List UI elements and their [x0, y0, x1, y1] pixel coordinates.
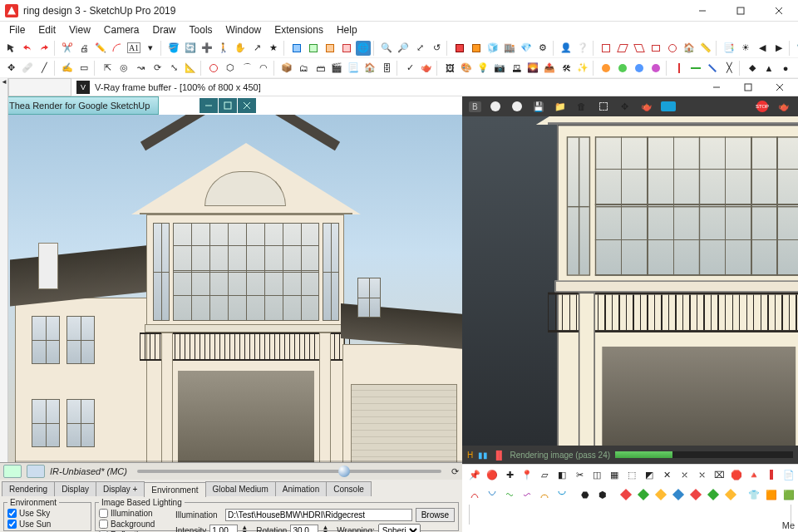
arc2-icon[interactable]: ⌒ — [239, 61, 254, 76]
polygon-icon[interactable]: ⬡ — [223, 61, 238, 76]
sun-icon[interactable]: ☀ — [738, 41, 753, 56]
axis2-icon[interactable] — [688, 61, 703, 76]
ruby-icon[interactable]: 💎 — [519, 41, 534, 56]
thea-maximize-button[interactable] — [219, 98, 237, 113]
wrapping-select[interactable]: Spheri — [378, 524, 421, 532]
tape-icon[interactable]: 📐 — [183, 61, 198, 76]
c3-icon[interactable] — [632, 61, 647, 76]
compare-icon[interactable]: ✥ — [618, 99, 633, 114]
lt2-icon[interactable]: 🔴 — [485, 467, 500, 482]
diag-icon[interactable]: ╳ — [722, 61, 736, 76]
select-icon[interactable] — [3, 41, 18, 56]
shade-icon[interactable] — [323, 41, 337, 56]
lt16-icon[interactable]: 🛑 — [729, 467, 744, 482]
render-teapot-icon[interactable]: 🫖 — [776, 99, 791, 114]
circle2-icon[interactable] — [510, 99, 525, 114]
component-icon[interactable]: 📦 — [279, 61, 294, 76]
thea-close-button[interactable] — [238, 98, 256, 113]
zoom-icon[interactable]: 🔍 — [379, 41, 394, 56]
view3-icon[interactable] — [632, 41, 647, 56]
render-icon[interactable]: 🖼 — [442, 61, 457, 76]
d6-icon[interactable] — [706, 487, 721, 502]
push-icon[interactable]: ⇱ — [100, 61, 115, 76]
pencil-icon[interactable]: ✏️ — [93, 41, 108, 56]
view4-icon[interactable] — [648, 41, 663, 56]
lt6-icon[interactable]: ◧ — [554, 467, 569, 482]
axis3-icon[interactable] — [705, 61, 720, 76]
d4-icon[interactable] — [671, 487, 686, 502]
menu-window[interactable]: Window — [220, 22, 268, 37]
intensity-spinner-icon[interactable]: ▲▼ — [241, 525, 248, 532]
text-icon[interactable]: A1 — [126, 41, 141, 56]
box-red-icon[interactable] — [452, 41, 467, 56]
thea-sync-icon[interactable] — [27, 465, 45, 478]
lb3-icon[interactable] — [502, 487, 517, 502]
stop-render-icon[interactable]: STOP — [755, 99, 770, 114]
scene-icon[interactable]: 🎬 — [329, 61, 344, 76]
tab-environment[interactable]: Environment — [144, 482, 205, 497]
viewport-left[interactable] — [0, 115, 462, 462]
cube-icon[interactable] — [306, 41, 321, 56]
home-icon[interactable]: 🏠 — [682, 41, 697, 56]
d1-icon[interactable] — [618, 487, 633, 502]
lb2-icon[interactable] — [485, 487, 500, 502]
illumination-path-input[interactable] — [225, 509, 412, 521]
c4-icon[interactable] — [648, 61, 663, 76]
thea-refresh2-icon[interactable]: ⟳ — [451, 466, 459, 477]
d3-icon[interactable] — [653, 487, 668, 502]
lb6-icon[interactable] — [554, 487, 569, 502]
freehand-icon[interactable]: ✍ — [60, 61, 75, 76]
follow-icon[interactable]: ↝ — [133, 61, 148, 76]
refresh-icon[interactable]: 🔄 — [183, 41, 198, 56]
menu-extensions[interactable]: Extensions — [268, 22, 329, 37]
user-icon[interactable]: 👤 — [559, 41, 574, 56]
lt9-icon[interactable]: ▦ — [607, 467, 622, 482]
thea-minimize-button[interactable] — [200, 98, 218, 113]
lt8-icon[interactable]: ◫ — [589, 467, 604, 482]
house-icon[interactable]: 🏠 — [362, 61, 377, 76]
rotation-spinner-icon[interactable]: ▲▼ — [322, 525, 328, 532]
clear-icon[interactable]: 🗑 — [574, 99, 589, 114]
menu-tools[interactable]: Tools — [184, 22, 219, 37]
lt4-icon[interactable]: 📍 — [520, 467, 534, 482]
tab-console[interactable]: Console — [326, 481, 372, 496]
box-orange-icon[interactable] — [469, 41, 484, 56]
illumination-checkbox[interactable]: Illumination — [99, 508, 170, 519]
link-icon[interactable]: 🫖 — [639, 99, 654, 114]
back-icon[interactable]: ◀ — [755, 41, 770, 56]
d2-icon[interactable] — [636, 487, 651, 502]
rotation-input[interactable] — [290, 525, 318, 533]
vray-minimize-button[interactable] — [703, 78, 730, 96]
cut-icon[interactable]: ✂️ — [60, 41, 75, 56]
d9-icon[interactable]: 🟩 — [781, 487, 796, 502]
tab-rendering[interactable]: Rendering — [2, 481, 55, 496]
lb4-icon[interactable] — [520, 487, 534, 502]
redo-icon[interactable] — [37, 41, 52, 56]
undo-icon[interactable] — [20, 41, 35, 56]
lt3-icon[interactable]: ✚ — [502, 467, 517, 482]
thea-progress-slider[interactable] — [137, 470, 441, 473]
tab-display[interactable]: Display — [54, 481, 96, 496]
box-green-icon[interactable]: 🧊 — [485, 41, 500, 56]
vray-maximize-button[interactable] — [735, 78, 761, 96]
lt1-icon[interactable]: 📌 — [467, 467, 482, 482]
zoom-window-icon[interactable]: 🔎 — [396, 41, 411, 56]
render-channel-b[interactable]: B — [469, 101, 481, 112]
pointer-icon[interactable]: ↗ — [249, 41, 264, 56]
group-icon[interactable]: 🗄 — [379, 61, 394, 76]
favorite-icon[interactable]: ★ — [266, 41, 281, 56]
iso-icon[interactable] — [289, 41, 304, 56]
close-button[interactable] — [760, 0, 798, 22]
rec-icon[interactable]: ▐▌ — [493, 451, 505, 460]
dropdown-icon[interactable]: ▾ — [143, 41, 158, 56]
circle-icon[interactable] — [488, 99, 503, 114]
background-checkbox[interactable]: Background — [99, 519, 170, 530]
env-icon[interactable]: 🌄 — [525, 61, 540, 76]
lb5-icon[interactable] — [537, 487, 552, 502]
teapot-icon[interactable]: 🫖 — [419, 61, 434, 76]
lt14-icon[interactable]: ⤬ — [694, 467, 709, 482]
s1-icon[interactable]: ◆ — [745, 61, 760, 76]
menu-view[interactable]: View — [63, 22, 96, 37]
cam-icon[interactable]: 📷 — [492, 61, 507, 76]
paint-icon[interactable]: 🪣 — [166, 41, 181, 56]
